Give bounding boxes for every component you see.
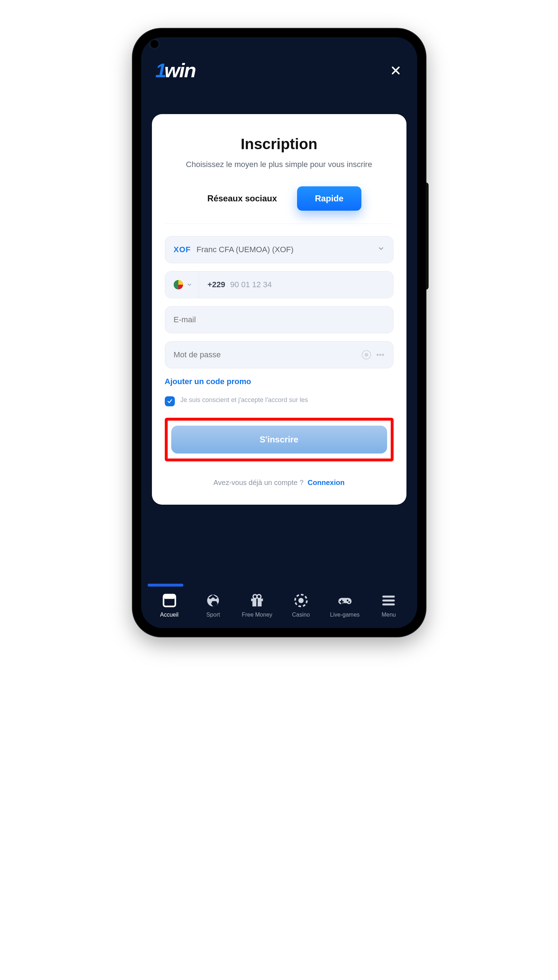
svg-rect-1	[163, 595, 175, 599]
svg-rect-11	[340, 601, 343, 603]
chip-icon	[293, 592, 309, 609]
nav-freemoney[interactable]: Free Money	[237, 592, 277, 618]
svg-point-7	[257, 595, 261, 599]
login-link[interactable]: Connexion	[308, 478, 345, 487]
nav-live[interactable]: Live-games	[325, 592, 364, 618]
chevron-down-icon	[377, 245, 385, 254]
gift-icon	[249, 592, 265, 609]
flag-icon	[174, 280, 183, 289]
ball-icon	[205, 592, 221, 609]
svg-point-13	[348, 601, 350, 603]
add-promo-link[interactable]: Ajouter un code promo	[165, 377, 394, 386]
phone-placeholder: 90 01 12 34	[230, 280, 272, 289]
email-field[interactable]	[165, 306, 394, 333]
consent-row: Je suis conscient et j'accepte l'accord …	[165, 396, 394, 406]
currency-code: XOF	[174, 245, 191, 254]
nav-label: Sport	[206, 612, 220, 618]
brand-logo: 1win	[156, 59, 195, 82]
menu-icon	[380, 592, 397, 609]
password-actions: •••	[362, 350, 384, 360]
svg-rect-5	[256, 599, 258, 607]
tab-social[interactable]: Réseaux sociaux	[197, 186, 288, 210]
nav-home[interactable]: Accueil	[150, 592, 189, 618]
card-subtitle: Choisissez le moyen le plus simple pour …	[165, 159, 394, 170]
check-icon	[167, 398, 173, 404]
nav-label: Accueil	[160, 612, 179, 618]
camera-cutout	[151, 40, 158, 48]
chevron-down-icon	[187, 282, 192, 288]
registration-card: Inscription Choisissez le moyen le plus …	[152, 114, 407, 505]
nav-label: Menu	[381, 612, 396, 618]
brand-name: win	[164, 59, 195, 82]
close-icon	[389, 64, 402, 77]
registration-tabs: Réseaux sociaux Rapide	[165, 186, 394, 224]
card-title: Inscription	[165, 136, 394, 153]
nav-label: Live-games	[330, 612, 359, 618]
tab-quick[interactable]: Rapide	[297, 186, 361, 210]
nav-sport[interactable]: Sport	[194, 592, 233, 618]
nav-label: Free Money	[242, 612, 272, 618]
home-icon	[161, 592, 178, 609]
already-account: Avez-vous déjà un compte ? Connexion	[165, 478, 394, 487]
svg-point-9	[299, 598, 304, 603]
top-bar: 1win	[141, 37, 417, 93]
consent-checkbox[interactable]	[165, 396, 175, 406]
password-input[interactable]	[174, 350, 362, 360]
currency-select[interactable]: XOF Franc CFA (UEMOA) (XOF)	[165, 236, 394, 263]
close-button[interactable]	[389, 63, 403, 77]
eye-icon[interactable]	[362, 350, 371, 360]
password-field[interactable]: •••	[165, 341, 394, 368]
app-screen: 1win Inscription Choisissez le moyen le …	[141, 37, 417, 628]
consent-text: Je suis conscient et j'accepte l'accord …	[181, 396, 308, 404]
email-input[interactable]	[174, 315, 385, 324]
phone-field[interactable]: +229 90 01 12 34	[165, 271, 394, 298]
more-icon[interactable]: •••	[376, 350, 384, 360]
registration-form: XOF Franc CFA (UEMOA) (XOF) +229 90 01 1…	[165, 236, 394, 487]
gamepad-icon	[337, 592, 353, 609]
signup-highlight: S'inscrire	[165, 418, 394, 461]
currency-label: Franc CFA (UEMOA) (XOF)	[197, 245, 377, 254]
svg-point-12	[347, 600, 348, 602]
signup-button[interactable]: S'inscrire	[171, 426, 387, 454]
active-tab-indicator	[148, 584, 183, 587]
nav-casino[interactable]: Casino	[281, 592, 321, 618]
phone-frame: 1win Inscription Choisissez le moyen le …	[133, 29, 426, 636]
already-text: Avez-vous déjà un compte ?	[213, 478, 304, 487]
dial-code: +229	[199, 280, 231, 289]
bottom-nav: Accueil Sport Free Money Casino	[141, 589, 417, 628]
nav-label: Casino	[292, 612, 310, 618]
nav-menu[interactable]: Menu	[369, 592, 408, 618]
spacer	[141, 505, 417, 584]
country-select[interactable]	[165, 271, 199, 298]
